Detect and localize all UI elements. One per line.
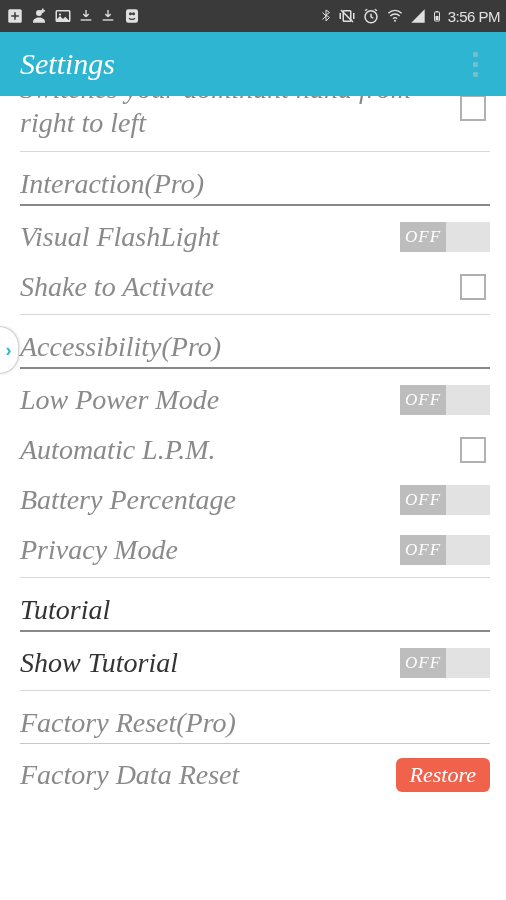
section-underline — [20, 367, 490, 369]
shake-activate-row[interactable]: Shake to Activate — [20, 262, 490, 312]
status-time: 3:56 PM — [448, 8, 500, 25]
svg-point-11 — [129, 12, 132, 15]
svg-point-12 — [132, 12, 135, 15]
section-underline — [20, 630, 490, 632]
svg-rect-5 — [41, 10, 46, 12]
toggle-thumb: OFF — [400, 648, 446, 678]
battery-percent-label: Battery Percentage — [20, 485, 400, 516]
show-tutorial-row[interactable]: Show Tutorial OFF — [20, 638, 490, 688]
section-accessibility-header: Accessibility(Pro) — [20, 325, 490, 367]
restore-button[interactable]: Restore — [396, 758, 490, 792]
privacy-mode-label: Privacy Mode — [20, 535, 400, 566]
wifi-icon — [385, 8, 405, 24]
svg-rect-8 — [81, 19, 92, 20]
svg-rect-18 — [436, 11, 438, 12]
bluetooth-icon — [320, 7, 332, 25]
section-underline — [20, 743, 490, 744]
hand-switch-row[interactable]: Switches your dominant hand from right t… — [20, 96, 490, 149]
visual-flashlight-row[interactable]: Visual FlashLight OFF — [20, 212, 490, 262]
visual-flashlight-label: Visual FlashLight — [20, 222, 400, 253]
auto-lpm-label: Automatic L.P.M. — [20, 435, 460, 466]
toggle-thumb: OFF — [400, 222, 446, 252]
hand-switch-checkbox[interactable] — [460, 96, 486, 121]
hand-switch-label: Switches your dominant hand from right t… — [20, 96, 460, 145]
app-icon — [122, 7, 142, 25]
svg-point-16 — [394, 20, 396, 22]
svg-rect-10 — [126, 9, 138, 23]
download-icon-2 — [100, 7, 116, 25]
add-contact-icon — [30, 7, 48, 25]
plus-box-icon — [6, 7, 24, 25]
auto-lpm-row[interactable]: Automatic L.P.M. — [20, 425, 490, 475]
chevron-right-icon: › — [6, 340, 12, 361]
low-power-label: Low Power Mode — [20, 385, 400, 416]
alarm-icon — [362, 7, 380, 25]
toggle-thumb: OFF — [400, 535, 446, 565]
privacy-mode-toggle[interactable]: OFF — [400, 535, 490, 565]
section-tutorial-header: Tutorial — [20, 588, 490, 630]
section-interaction-header: Interaction(Pro) — [20, 162, 490, 204]
divider — [20, 151, 490, 152]
section-underline — [20, 204, 490, 206]
settings-content: › Switches your dominant hand from right… — [0, 96, 506, 900]
toggle-thumb: OFF — [400, 485, 446, 515]
battery-percent-toggle[interactable]: OFF — [400, 485, 490, 515]
shake-activate-label: Shake to Activate — [20, 272, 460, 303]
overflow-menu-button[interactable] — [465, 44, 486, 85]
visual-flashlight-toggle[interactable]: OFF — [400, 222, 490, 252]
svg-point-7 — [59, 13, 61, 15]
vibrate-icon — [337, 7, 357, 25]
section-factory-header: Factory Reset(Pro) — [20, 701, 490, 743]
privacy-mode-row[interactable]: Privacy Mode OFF — [20, 525, 490, 575]
toggle-thumb: OFF — [400, 385, 446, 415]
svg-rect-9 — [103, 19, 114, 20]
low-power-row[interactable]: Low Power Mode OFF — [20, 375, 490, 425]
auto-lpm-checkbox[interactable] — [460, 437, 486, 463]
show-tutorial-label: Show Tutorial — [20, 648, 400, 679]
show-tutorial-toggle[interactable]: OFF — [400, 648, 490, 678]
app-bar: Settings — [0, 32, 506, 96]
android-status-bar: 3:56 PM — [0, 0, 506, 32]
low-power-toggle[interactable]: OFF — [400, 385, 490, 415]
download-icon — [78, 7, 94, 25]
picture-icon — [54, 7, 72, 25]
divider — [20, 314, 490, 315]
battery-percent-row[interactable]: Battery Percentage OFF — [20, 475, 490, 525]
factory-reset-row[interactable]: Factory Data Reset Restore — [20, 750, 490, 800]
svg-rect-2 — [11, 15, 19, 17]
svg-rect-19 — [435, 16, 438, 20]
factory-reset-label: Factory Data Reset — [20, 760, 396, 791]
battery-icon — [431, 7, 443, 25]
page-title: Settings — [20, 47, 115, 81]
divider — [20, 577, 490, 578]
signal-icon — [410, 8, 426, 24]
shake-activate-checkbox[interactable] — [460, 274, 486, 300]
divider — [20, 690, 490, 691]
